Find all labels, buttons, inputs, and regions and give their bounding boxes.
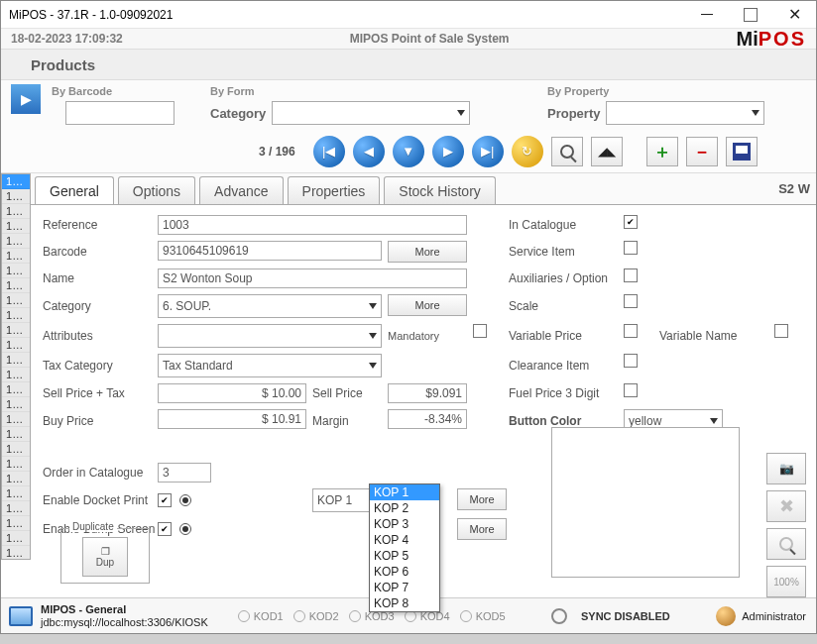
bump-more-button[interactable]: More — [457, 518, 507, 540]
kod-radio[interactable]: KOD5 — [460, 610, 506, 622]
list-item[interactable]: 1006 - E1 Spring Rolls (2 Pcs) — [2, 219, 30, 234]
scale-check[interactable] — [624, 294, 638, 308]
fuel-price-check[interactable] — [624, 383, 638, 397]
barcode-more-button[interactable]: More — [388, 241, 467, 263]
kop-dropdown-list[interactable]: KOP 1KOP 2KOP 3KOP 4KOP 5KOP 6KOP 7KOP 8 — [369, 483, 440, 612]
tab-general[interactable]: General — [35, 176, 114, 204]
list-item[interactable]: 1009 - E4 Curry Puff Veg (2 P — [2, 264, 30, 278]
kod-radio[interactable]: KOD1 — [238, 610, 284, 622]
dropdown-option[interactable]: KOP 7 — [370, 580, 439, 595]
mandatory-check[interactable] — [473, 324, 487, 338]
list-item[interactable]: 1027 - D7 Chicken Wonton (Z — [2, 531, 30, 546]
list-item[interactable]: 1014 - E9 Shanghai Mini Pork B — [2, 338, 30, 353]
name-field[interactable]: S2 Wonton Soup — [158, 268, 467, 288]
order-catalogue-field[interactable]: 3 — [158, 463, 211, 483]
sell-price-tax-field[interactable]: $ 10.00 — [158, 383, 306, 403]
nav-prev-button[interactable]: ◀ — [353, 136, 385, 167]
list-item[interactable]: 1010 - E5 Siu Mai (3pcs) — [2, 278, 30, 293]
camera-button[interactable]: 📷 — [766, 453, 806, 484]
remove-image-button[interactable]: ✖ — [766, 490, 806, 522]
refresh-button[interactable]: ↻ — [512, 136, 543, 167]
dropdown-option[interactable]: KOP 6 — [370, 564, 439, 580]
list-item[interactable]: 1022 - D2 Steamed Chicken n — [2, 457, 30, 472]
zoom-button[interactable] — [766, 528, 806, 560]
list-item[interactable]: 1005 - S4 Tom Yum Seafood — [2, 204, 30, 219]
header-center: MIPOS Point of Sale System — [123, 32, 737, 46]
minus-icon: － — [693, 140, 711, 163]
clearance-check[interactable] — [624, 354, 638, 368]
dropdown-option[interactable]: KOP 5 — [370, 548, 439, 564]
category-combo[interactable]: 6. SOUP. — [158, 294, 382, 318]
list-item[interactable]: 1016 - E11 Prawn Crackers — [2, 368, 30, 382]
save-button[interactable] — [726, 137, 758, 166]
list-item[interactable]: 1024 - D4 Pan Fried Pork Dum — [2, 486, 30, 501]
duplicate-button[interactable]: ❐ Dup — [82, 537, 128, 577]
minimize-button[interactable] — [685, 1, 729, 28]
list-item[interactable]: 1028 - D8 Chicken Wonton wi — [2, 546, 30, 560]
aux-option-check[interactable] — [624, 268, 638, 282]
category-more-button[interactable]: More — [388, 294, 467, 316]
nav-first-button[interactable]: |◀ — [313, 136, 345, 167]
list-item[interactable]: 1003 - S2 Wonton Soup — [2, 174, 30, 189]
nav-last-button[interactable]: ▶| — [472, 136, 504, 167]
barcode-input[interactable] — [65, 101, 175, 125]
attributes-combo[interactable] — [158, 324, 382, 348]
category-filter-combo[interactable] — [272, 101, 470, 125]
list-item[interactable]: 1018 - E13 Sesame Prawn Toa — [2, 397, 30, 412]
list-item[interactable]: 1015 - E10 Malaysia Style Chic — [2, 353, 30, 368]
bump-radio-1[interactable] — [179, 523, 191, 535]
list-item[interactable]: 1013 - E8 Prawn Dumpling (3p — [2, 323, 30, 338]
dropdown-option[interactable]: KOP 8 — [370, 595, 439, 611]
status-conn: jdbc:mysql://localhost:3306/KIOSK — [41, 616, 208, 629]
dropdown-option[interactable]: KOP 2 — [370, 500, 439, 516]
nav-next-button[interactable]: ▶ — [432, 136, 464, 167]
dropdown-option[interactable]: KOP 1 — [370, 484, 439, 500]
list-item[interactable]: 1020 - E15 Fried Wonton (6pc — [2, 427, 30, 442]
dropdown-option[interactable]: KOP 4 — [370, 532, 439, 548]
list-item[interactable]: 1017 - E12 Bean Curd Skin wit — [2, 382, 30, 397]
zoom-100-button[interactable]: 100% — [766, 566, 806, 597]
list-item[interactable]: 1021 - D1 Steamed Pork Dum — [2, 442, 30, 457]
dropdown-option[interactable]: KOP 3 — [370, 516, 439, 532]
tab-properties[interactable]: Properties — [288, 176, 381, 204]
search-button[interactable] — [551, 137, 583, 166]
tab-stock-history[interactable]: Stock History — [384, 176, 495, 204]
in-catalogue-check[interactable] — [624, 215, 638, 229]
barcode-field[interactable]: 9310645109619 — [158, 241, 382, 261]
docket-more-button[interactable]: More — [457, 488, 507, 510]
list-item[interactable]: 1004 - S3 Tom Yum Chicken S — [2, 189, 30, 204]
buy-price-field[interactable]: $ 10.91 — [158, 409, 306, 429]
nav-down-button[interactable]: ▼ — [393, 136, 424, 167]
list-item[interactable]: 1007 - E2 Veg Spring Rolls (2 — [2, 234, 30, 249]
list-item[interactable]: 1019 - E14 Mix Entree — [2, 412, 30, 427]
service-item-check[interactable] — [624, 241, 638, 255]
tax-category-combo[interactable]: Tax Standard — [158, 354, 382, 377]
filter-form: By Form Category — [209, 84, 526, 128]
close-button[interactable]: ✕ — [772, 1, 816, 28]
list-item[interactable]: 1012 - E7 BBQ Pork Bun (2pcs — [2, 308, 30, 323]
bump-screen-check[interactable] — [158, 522, 172, 536]
list-item[interactable]: 1026 - D6 Pan Fried Pork Dun — [2, 516, 30, 531]
property-filter-combo[interactable] — [606, 101, 764, 125]
remove-button[interactable]: － — [686, 137, 718, 166]
plus-icon: ＋ — [653, 140, 671, 163]
maximize-button[interactable] — [729, 1, 772, 28]
tab-options[interactable]: Options — [118, 176, 195, 204]
variable-price-check[interactable] — [624, 324, 638, 338]
list-item[interactable]: 1008 - E3 Curry Puff Chicken ( — [2, 249, 30, 264]
add-button[interactable]: ＋ — [646, 137, 678, 166]
list-item[interactable]: 1025 - D5 Pan Fried Chicken P — [2, 501, 30, 516]
product-list[interactable]: 1003 - S2 Wonton Soup1004 - S3 Tom Yum C… — [1, 173, 31, 560]
list-item[interactable]: 1023 - D3 Steamed Veg Dum — [2, 472, 30, 486]
tab-advance[interactable]: Advance — [199, 176, 283, 204]
docket-print-check[interactable] — [158, 493, 172, 507]
reference-field[interactable]: 1003 — [158, 215, 467, 235]
variable-name-check[interactable] — [774, 324, 788, 338]
sort-button[interactable]: ◢◣ — [591, 137, 623, 166]
kod-radio[interactable]: KOD2 — [293, 610, 339, 622]
toolbar: 3 / 196 |◀ ◀ ▼ ▶ ▶| ↻ ◢◣ ＋ － — [1, 130, 816, 173]
list-item[interactable]: 1011 - E6 Steamed Veg Dump — [2, 293, 30, 308]
docket-radio-1[interactable] — [179, 494, 191, 506]
sell-price-field[interactable]: $9.091 — [388, 383, 467, 403]
collapse-panel-button[interactable]: ▶ — [11, 84, 41, 114]
